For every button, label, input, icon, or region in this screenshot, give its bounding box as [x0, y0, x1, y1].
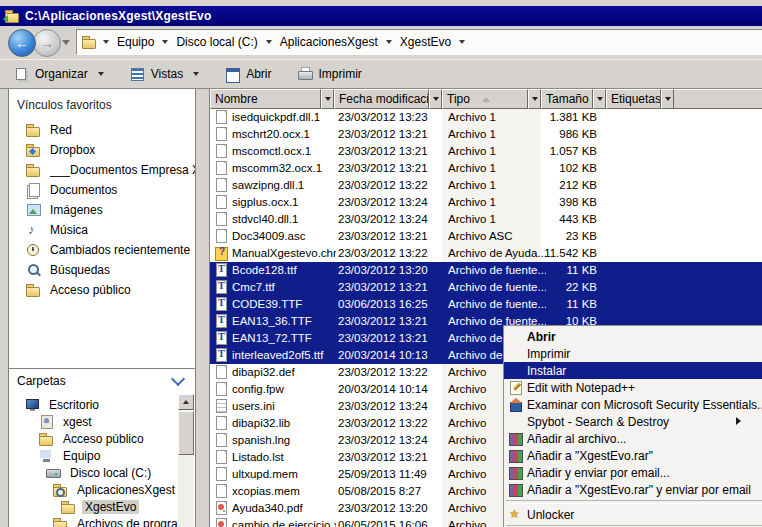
- tree-item-escritorio[interactable]: Escritorio: [9, 396, 178, 413]
- print-icon: [298, 67, 313, 81]
- cell-name: interleaved2of5.ttf: [232, 347, 336, 364]
- menu-item-a-adir-al-archivo[interactable]: Añadir al archivo...: [504, 430, 762, 447]
- dropdown-caret-icon[interactable]: [98, 72, 104, 76]
- favorite-link-acceso-p-blico[interactable]: Acceso público: [9, 280, 195, 300]
- breadcrumb-caret-icon[interactable]: [162, 40, 168, 44]
- forward-button[interactable]: →: [33, 29, 61, 57]
- scroll-up-button[interactable]: [178, 394, 194, 410]
- column-header-button-etiquetas[interactable]: Etiquetas: [606, 89, 661, 109]
- tree-item-xgest[interactable]: xgest: [9, 413, 178, 430]
- menu-item-spybot-search-destroy[interactable]: Spybot - Search & Destroy: [504, 413, 762, 430]
- file-type-file-icon: [214, 212, 229, 226]
- table-row-mscomm32-ocx-1[interactable]: mscomm32.ocx.123/03/2012 13:21Archivo 11…: [210, 160, 762, 177]
- table-row-code39-ttf[interactable]: CODE39.TTF03/06/2013 16:25Archivo de fue…: [210, 296, 762, 313]
- toolbar-button-vistas[interactable]: Vistas: [130, 67, 199, 81]
- breadcrumb-caret-icon[interactable]: [386, 40, 392, 44]
- menu-item-a-adir-a-xgestevo-rar-y-enviar-por-email[interactable]: Añadir a "XgestEvo.rar" y enviar por ema…: [504, 481, 762, 498]
- folder-search-icon: [53, 483, 68, 497]
- tree-item-equipo[interactable]: Equipo: [9, 447, 178, 464]
- table-row-sawzipng-dll-1[interactable]: sawzipng.dll.123/03/2012 13:22Archivo 12…: [210, 177, 762, 194]
- window-title: C:\AplicacionesXgest\XgestEvo: [25, 9, 212, 23]
- tree-item-archivos-de-programa[interactable]: Archivos de programa: [9, 515, 178, 527]
- menu-item-imprimir[interactable]: Imprimir: [504, 345, 762, 362]
- favorite-link-b-squedas[interactable]: Búsquedas: [9, 260, 195, 280]
- breadcrumb-caret-icon[interactable]: [266, 40, 272, 44]
- favorite-link-documentos-empresa-xge[interactable]: ___Documentos Empresa Xge...: [9, 160, 195, 180]
- folders-header[interactable]: Carpetas: [8, 368, 196, 392]
- toolbar-button-organizar[interactable]: Organizar: [14, 67, 104, 81]
- breadcrumb-caret-icon[interactable]: [103, 40, 109, 44]
- favorite-link-cambiados-recientemente[interactable]: Cambiados recientemente: [9, 240, 195, 260]
- tree-item-aplicacionesxgest[interactable]: AplicacionesXgest: [9, 481, 178, 498]
- cell-name: EAN13_72.TTF: [232, 330, 336, 347]
- address-bar: ← → EquipoDisco local (C:)AplicacionesXg…: [0, 26, 762, 60]
- cell-date-modified: 23/03/2012 13:22: [338, 415, 443, 432]
- table-row-isedquickpdf-dll-1[interactable]: isedquickpdf.dll.123/03/2012 13:23Archiv…: [210, 109, 762, 126]
- table-row-manualxgestevo-chm[interactable]: ManualXgestevo.chm23/03/2012 13:22Archiv…: [210, 245, 762, 262]
- favorite-link-dropbox[interactable]: Dropbox: [9, 140, 195, 160]
- tree-item-disco-local-c[interactable]: Disco local (C:): [9, 464, 178, 481]
- table-row-sigplus-ocx-1[interactable]: sigplus.ocx.123/03/2012 13:24Archivo 139…: [210, 194, 762, 211]
- file-type-ttf-icon: [214, 263, 229, 277]
- cell-size: 11 KB: [510, 262, 597, 279]
- menu-item-examinar-con-microsoft-security-essentials[interactable]: Examinar con Microsoft Security Essentia…: [504, 396, 762, 413]
- column-filter-dropdown-tipo[interactable]: [528, 89, 541, 109]
- cell-date-modified: 23/03/2012 13:21: [338, 160, 443, 177]
- column-header-button-tama-o[interactable]: Tamaño: [541, 89, 593, 109]
- toolbar-button-imprimir[interactable]: Imprimir: [298, 67, 362, 81]
- column-filter-dropdown-fecha-modificaci-n[interactable]: [429, 89, 442, 109]
- breadcrumb-item-aplicacionesxgest[interactable]: AplicacionesXgest: [276, 33, 382, 51]
- table-row-doc34009-asc[interactable]: Doc34009.asc23/03/2012 13:21Archivo ASC2…: [210, 228, 762, 245]
- breadcrumb-item-disco-local-c[interactable]: Disco local (C:): [172, 33, 261, 51]
- menu-item-a-adir-a-xgestevo-rar[interactable]: Añadir a "XgestEvo.rar": [504, 447, 762, 464]
- menu-item-unlocker[interactable]: Unlocker: [504, 506, 762, 523]
- favorite-link-documentos[interactable]: Documentos: [9, 180, 195, 200]
- favorite-label: Música: [50, 223, 88, 237]
- menu-item-edit-with-notepad[interactable]: Edit with Notepad++: [504, 379, 762, 396]
- menu-item-a-adir-y-enviar-por-email[interactable]: Añadir y enviar por email...: [504, 464, 762, 481]
- breadcrumb-item-equipo[interactable]: Equipo: [113, 33, 158, 51]
- cell-size: 23 KB: [510, 228, 597, 245]
- history-dropdown-icon[interactable]: [62, 40, 70, 45]
- tree-item-xgestevo[interactable]: XgestEvo: [9, 498, 178, 515]
- table-row-bcode128-ttf[interactable]: Bcode128.ttf23/03/2012 13:20Archivo de f…: [210, 262, 762, 279]
- column-header-button-nombre[interactable]: Nombre: [210, 89, 321, 109]
- table-row-mscomctl-ocx-1[interactable]: mscomctl.ocx.123/03/2012 13:21Archivo 11…: [210, 143, 762, 160]
- scroll-thumb[interactable]: [178, 411, 194, 455]
- column-header-button-tipo[interactable]: Tipo: [442, 89, 528, 109]
- breadcrumb-folder-icon[interactable]: [82, 35, 97, 49]
- breadcrumb-item-xgestevo[interactable]: XgestEvo: [396, 33, 455, 51]
- favorite-label: Búsquedas: [50, 263, 110, 277]
- menu-item-abrir[interactable]: Abrir: [504, 328, 762, 345]
- cell-date-modified: 23/03/2012 13:21: [338, 279, 443, 296]
- column-filter-dropdown-tama-o[interactable]: [593, 89, 606, 109]
- favorite-link-m-sica[interactable]: Música: [9, 220, 195, 240]
- table-row-mschrt20-ocx-1[interactable]: mschrt20.ocx.123/03/2012 13:21Archivo 19…: [210, 126, 762, 143]
- back-button[interactable]: ←: [8, 29, 36, 57]
- titlebar[interactable]: C:\AplicacionesXgest\XgestEvo: [0, 6, 762, 26]
- table-row-stdvcl40-dll-1[interactable]: stdvcl40.dll.123/03/2012 13:24Archivo 14…: [210, 211, 762, 228]
- cell-date-modified: 23/03/2012 13:21: [338, 330, 443, 347]
- chevron-down-icon[interactable]: [171, 371, 185, 385]
- folder-icon: [39, 432, 54, 446]
- favorite-link-im-genes[interactable]: Imágenes: [9, 200, 195, 220]
- folders-title: Carpetas: [17, 374, 66, 388]
- table-row-cmc7-ttf[interactable]: Cmc7.ttf23/03/2012 13:21Archivo de fuent…: [210, 279, 762, 296]
- favorite-link-red[interactable]: Red: [9, 120, 195, 140]
- column-filter-dropdown-etiquetas[interactable]: [661, 89, 674, 109]
- breadcrumb-caret-icon[interactable]: [459, 40, 465, 44]
- menu-item-label: Edit with Notepad++: [527, 381, 635, 395]
- column-filter-dropdown-nombre[interactable]: [321, 89, 334, 109]
- column-header-button-fecha-modificaci-n[interactable]: Fecha modificación: [334, 89, 429, 109]
- tree-item-acceso-p-blico[interactable]: Acceso público: [9, 430, 178, 447]
- dropdown-caret-icon[interactable]: [193, 72, 199, 76]
- cell-date-modified: 23/03/2012 13:24: [338, 194, 443, 211]
- cell-name: Listado.lst: [232, 449, 336, 466]
- cell-name: stdvcl40.dll.1: [232, 211, 336, 228]
- menu-item-instalar[interactable]: Instalar: [504, 362, 762, 379]
- cell-date-modified: 23/03/2012 13:21: [338, 143, 443, 160]
- cell-date-modified: 25/09/2013 11:49: [338, 466, 443, 483]
- desktop-icon: [25, 398, 40, 412]
- toolbar-button-abrir[interactable]: Abrir: [225, 67, 271, 81]
- tree-scrollbar[interactable]: [178, 394, 194, 527]
